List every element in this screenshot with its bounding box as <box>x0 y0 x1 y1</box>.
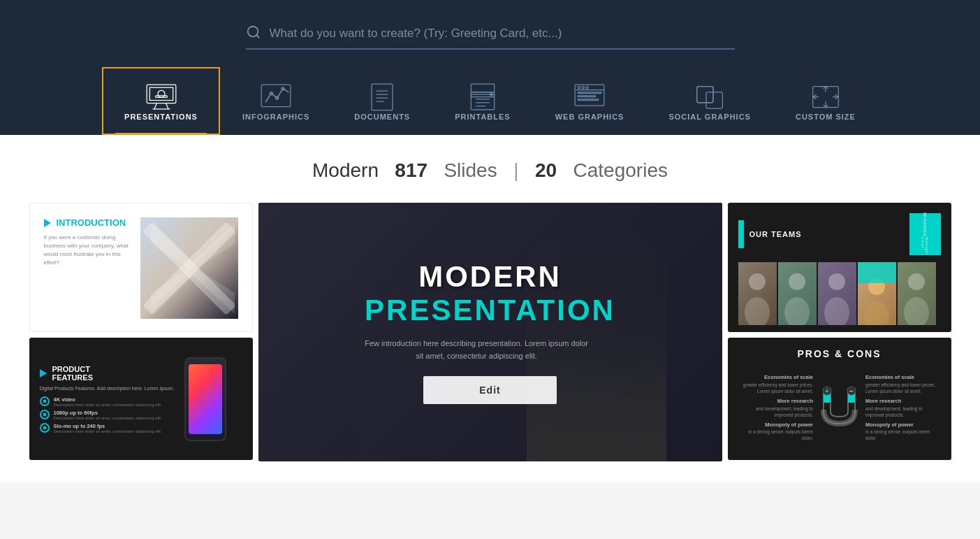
svg-point-21 <box>490 94 492 96</box>
svg-point-0 <box>247 27 258 37</box>
team-name-badge: MIRANDA Chief Manager <box>909 213 941 255</box>
svg-rect-33 <box>697 87 713 103</box>
svg-point-55 <box>908 273 925 290</box>
teal-overlay <box>858 262 896 283</box>
triangle-icon <box>44 219 51 227</box>
svg-point-52 <box>824 297 849 325</box>
category-label-documents: DOCUMENTS <box>354 113 410 121</box>
pros-item-3-desc: in a strong sense: outputs lorem dolor. <box>738 429 814 441</box>
intro-title: INTRODUCTION <box>44 217 133 228</box>
feature-dot-3 <box>40 423 50 433</box>
cons-item-2-title: More research <box>865 398 941 405</box>
svg-point-51 <box>828 273 845 290</box>
teal-accent <box>738 220 744 248</box>
feature-1-text: 4K video Description here dolor sit amet… <box>54 396 162 407</box>
cons-column: Economies of scale greater efficiency an… <box>865 374 941 441</box>
svg-rect-34 <box>706 92 722 108</box>
cons-item-2-desc: and development, leading to improved pro… <box>865 405 941 418</box>
intro-body: If you were a customer doing business wi… <box>44 233 133 267</box>
team-photo-1 <box>738 262 777 325</box>
category-item-infographics[interactable]: INFOGRAPHICS <box>220 67 332 135</box>
main-title-line1: MODERN <box>365 260 615 294</box>
x-shape-svg <box>144 223 235 314</box>
cons-item-1: Economies of scale greater efficiency an… <box>865 374 941 394</box>
section-title-main: Modern <box>312 159 379 181</box>
category-item-printables[interactable]: PRINTABLES <box>432 67 532 135</box>
category-label-infographics: INFOGRAPHICS <box>242 113 309 121</box>
team-photos <box>738 262 941 325</box>
slide-card-introduction[interactable]: INTRODUCTION If you were a customer doin… <box>29 203 253 332</box>
pros-cons-content: Economies of scale greater efficiency an… <box>738 366 941 450</box>
pros-item-2-desc: and development, leading to improved pro… <box>738 405 814 418</box>
feature-item-2: 1080p up to 60fps Description here dolor… <box>40 410 175 420</box>
svg-point-49 <box>789 273 805 290</box>
active-indicator <box>115 133 207 135</box>
product-title-label: PRODUCTFEATURES <box>52 365 93 382</box>
search-icon <box>246 24 261 43</box>
feature-dot-2 <box>40 410 50 419</box>
main-content: Modern 817 Slides | 20 Categories INTROD… <box>0 135 980 482</box>
svg-point-27 <box>578 87 580 89</box>
svg-line-1 <box>256 35 259 38</box>
slide-card-product[interactable]: PRODUCTFEATURES Digital Products Feature… <box>29 338 253 460</box>
slide-card-pros-cons[interactable]: PROS & CONS Economies of scale greater e… <box>728 338 951 460</box>
slide-card-teams[interactable]: OUR TEAMS MIRANDA Chief Manager <box>728 203 951 332</box>
edit-button[interactable]: Edit <box>423 376 556 404</box>
svg-rect-9 <box>261 85 291 107</box>
svg-line-5 <box>166 103 168 109</box>
feature-3-text: Slo-mo up to 240 fps Description here do… <box>54 423 162 433</box>
category-item-presentations[interactable]: PRESENTATIONS <box>102 67 220 135</box>
category-item-social-graphics[interactable]: SOCIAL GRAPHICS <box>646 67 773 135</box>
pros-item-1: Economies of scale greater efficiency an… <box>738 374 814 394</box>
svg-rect-35 <box>697 87 713 103</box>
category-label-presentations: PRESENTATIONS <box>124 113 198 121</box>
svg-point-29 <box>586 87 588 89</box>
svg-point-47 <box>749 273 766 290</box>
svg-point-46 <box>43 426 46 430</box>
category-nav: PRESENTATIONS INFOGRAPHICS DOCU <box>0 67 980 135</box>
intro-title-label: INTRODUCTION <box>57 217 126 228</box>
svg-point-44 <box>43 400 46 403</box>
svg-rect-13 <box>372 84 393 110</box>
phone-mockup <box>184 357 226 441</box>
feature-dot-1 <box>40 396 50 406</box>
feature-item-1: 4K video Description here dolor sit amet… <box>40 396 175 407</box>
search-bar-wrapper <box>0 14 980 67</box>
right-column: OUR TEAMS MIRANDA Chief Manager <box>728 203 951 461</box>
intro-image <box>140 217 238 319</box>
svg-rect-30 <box>578 92 601 94</box>
svg-line-4 <box>154 103 156 109</box>
cons-item-2: More research and development, leading t… <box>865 398 941 418</box>
teams-header: OUR TEAMS MIRANDA Chief Manager <box>738 213 941 255</box>
feature-2-text: 1080p up to 60fps Description here dolor… <box>54 410 162 420</box>
svg-point-28 <box>582 87 584 89</box>
category-item-custom-size[interactable]: CUSTOM SIZE <box>773 67 878 135</box>
slides-count: 817 <box>395 159 427 181</box>
pros-item-1-desc: greater efficiency and lower prices. Lor… <box>738 382 814 394</box>
pros-item-2: More research and development, leading t… <box>738 398 814 418</box>
svg-rect-8 <box>155 96 167 98</box>
category-label-printables: PRINTABLES <box>455 113 510 121</box>
category-item-web-graphics[interactable]: WEB GRAPHICS <box>533 67 647 135</box>
svg-text:−: − <box>849 387 854 395</box>
svg-point-45 <box>43 413 46 417</box>
pros-item-3-title: Monopoly of power <box>738 422 814 429</box>
header: PRESENTATIONS INFOGRAPHICS DOCU <box>0 0 980 135</box>
phone-screen <box>189 364 222 434</box>
main-title-line2: PRESENTATION <box>365 294 615 327</box>
svg-rect-25 <box>575 85 604 106</box>
svg-point-50 <box>784 297 810 325</box>
cons-item-1-desc: greater efficiency and lower prices. Lor… <box>865 382 941 394</box>
svg-text:+: + <box>825 387 829 395</box>
magnet-center: + − <box>820 385 858 431</box>
svg-rect-31 <box>578 96 595 97</box>
search-bar <box>246 24 735 50</box>
product-features-list: 4K video Description here dolor sit amet… <box>40 396 175 433</box>
svg-rect-32 <box>578 99 598 101</box>
product-triangle-icon <box>40 369 47 378</box>
search-input[interactable] <box>270 27 735 41</box>
slides-label: Slides <box>444 159 497 181</box>
left-column: INTRODUCTION If you were a customer doin… <box>29 203 253 461</box>
category-item-documents[interactable]: DOCUMENTS <box>332 67 432 135</box>
slide-card-main[interactable]: MODERN PRESENTATION Few introduction her… <box>258 203 722 461</box>
